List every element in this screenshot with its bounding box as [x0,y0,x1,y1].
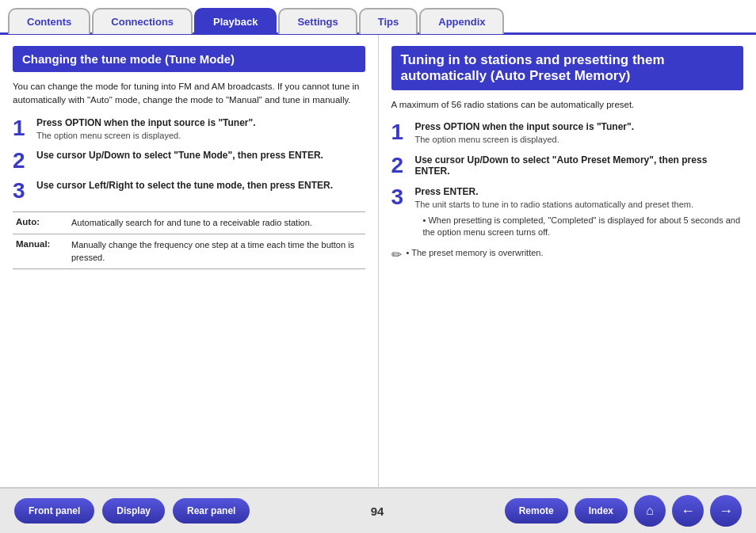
forward-button[interactable]: → [710,495,742,527]
tune-label-auto: Auto: [16,217,63,229]
step-desc-1: The option menu screen is displayed. [36,130,365,142]
step-title-3: Use cursor Left/Right to select the tune… [36,180,365,191]
tune-mode-table: Auto: Automatically search for and tune … [13,211,365,269]
left-section-header: Changing the tune mode (Tune Mode) [13,46,365,72]
left-step-3: 3 Use cursor Left/Right to select the tu… [13,180,365,202]
page-number: 94 [371,504,384,518]
front-panel-button[interactable]: Front panel [14,498,94,523]
tab-appendix[interactable]: Appendix [419,8,504,34]
right-step-title-1: Press OPTION when the input source is "T… [415,121,744,132]
left-panel: Changing the tune mode (Tune Mode) You c… [0,35,379,487]
right-intro: A maximum of 56 radio stations can be au… [391,98,744,112]
left-intro: You can change the mode for tuning into … [13,80,365,108]
tune-label-manual: Manual: [16,239,63,264]
right-step-title-2: Use cursor Up/Down to select "Auto Prese… [415,154,744,177]
pencil-icon: ✏ [391,247,402,262]
footer: Front panel Display Rear panel 94 Remote… [0,487,756,533]
right-step-1: 1 Press OPTION when the input source is … [391,121,744,146]
left-step-1: 1 Press OPTION when the input source is … [13,117,365,142]
tab-connections[interactable]: Connections [92,8,193,34]
right-step-number-2: 2 [391,154,409,177]
right-step-3: 3 Press ENTER. The unit starts to tune i… [391,186,744,239]
right-step-title-3: Press ENTER. [415,186,744,197]
step-number-1: 1 [13,117,30,139]
right-step-desc-3: The unit starts to tune in to radio stat… [415,199,744,211]
right-step-desc-1: The option menu screen is displayed. [415,134,744,146]
right-section-header: Tuning in to stations and presetting the… [391,46,744,90]
right-step-2: 2 Use cursor Up/Down to select "Auto Pre… [391,154,744,178]
tune-desc-auto: Automatically search for and tune to a r… [71,217,312,229]
step-number-2: 2 [13,150,30,172]
step-number-3: 3 [13,180,30,202]
tune-desc-manual: Manually change the frequency one step a… [71,239,362,264]
tab-contents[interactable]: Contents [8,8,90,34]
right-bullet: When presetting is completed, "Completed… [423,215,744,239]
note-block: ✏ • The preset memory is overwritten. [391,247,744,262]
main-content: Changing the tune mode (Tune Mode) You c… [0,32,756,487]
note-text: • The preset memory is overwritten. [407,247,544,259]
step-title-2: Use cursor Up/Down to select "Tune Mode"… [36,150,365,161]
tab-tips[interactable]: Tips [359,8,418,34]
tune-row-auto: Auto: Automatically search for and tune … [13,212,365,234]
navigation-tabs: Contents Connections Playback Settings T… [0,0,756,32]
footer-right-buttons: Remote Index ⌂ ← → [505,495,742,527]
left-step-2: 2 Use cursor Up/Down to select "Tune Mod… [13,150,365,172]
right-panel: Tuning in to stations and presetting the… [379,35,757,487]
index-button[interactable]: Index [575,498,628,523]
tab-playback[interactable]: Playback [194,8,277,34]
tab-settings[interactable]: Settings [278,8,357,34]
footer-left-buttons: Front panel Display Rear panel [14,498,250,523]
back-button[interactable]: ← [672,495,704,527]
rear-panel-button[interactable]: Rear panel [173,498,250,523]
remote-button[interactable]: Remote [505,498,568,523]
right-step-number-1: 1 [391,121,409,143]
step-title-1: Press OPTION when the input source is "T… [36,117,365,128]
display-button[interactable]: Display [102,498,165,523]
home-button[interactable]: ⌂ [634,495,666,527]
right-step-number-3: 3 [391,186,409,208]
tune-row-manual: Manual: Manually change the frequency on… [13,234,365,269]
